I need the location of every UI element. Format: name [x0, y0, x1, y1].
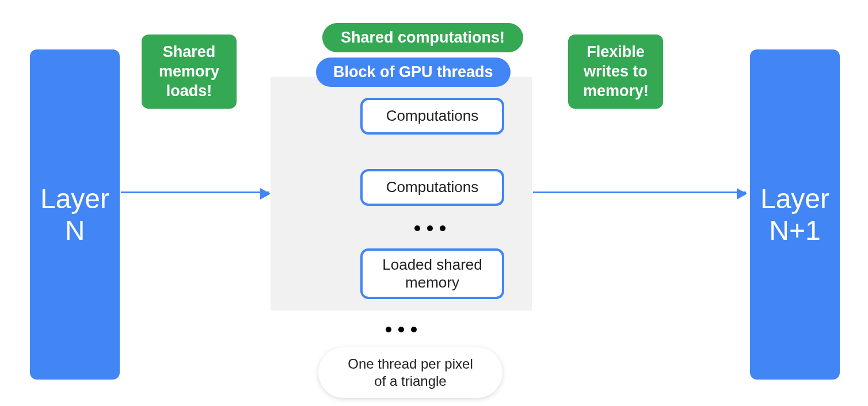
- layer-n-label-line1: Layer: [40, 183, 109, 214]
- callout-left-line1: Shared: [163, 43, 216, 60]
- callout-flexible-writes: Flexible writes to memory!: [568, 35, 663, 109]
- comp1-text: Computations: [386, 107, 478, 125]
- thread-pill-line1: One thread per pixel: [348, 356, 473, 371]
- thread-per-pixel-pill: One thread per pixel of a triangle: [318, 347, 502, 398]
- callout-left-line3: loads!: [166, 82, 212, 99]
- callout-right-line3: memory!: [583, 82, 649, 99]
- computation-box-1: Computations: [360, 98, 504, 135]
- layer-n1-label-line1: Layer: [760, 183, 829, 214]
- ellipsis-inner: [414, 225, 446, 231]
- comp2-text: Computations: [386, 178, 478, 196]
- pill-block-gpu-threads: Block of GPU threads: [316, 58, 511, 87]
- layer-n1-label-line2: N+1: [769, 215, 820, 246]
- callout-left-line2: memory: [159, 63, 219, 80]
- layer-n1-box: Layer N+1: [750, 49, 840, 380]
- computation-box-2: Computations: [360, 169, 504, 206]
- callout-right-line1: Flexible: [587, 43, 645, 60]
- callout-shared-memory-loads: Shared memory loads!: [142, 35, 237, 109]
- pill-shared-comp-text: Shared computations!: [341, 29, 505, 46]
- layer-n-box: Layer N: [30, 49, 120, 380]
- pill-block-threads-text: Block of GPU threads: [333, 63, 493, 81]
- layer-n-label-line2: N: [65, 215, 85, 246]
- arrow-left: [121, 191, 269, 193]
- ellipsis-outer: [386, 327, 417, 332]
- shared-mem-line1: Loaded shared: [382, 256, 482, 273]
- pill-shared-computations: Shared computations!: [322, 23, 523, 52]
- thread-pill-line2: of a triangle: [374, 373, 446, 389]
- arrow-right: [533, 191, 746, 193]
- shared-mem-line2: memory: [405, 274, 459, 291]
- loaded-shared-memory-box: Loaded shared memory: [360, 248, 504, 299]
- callout-right-line2: writes to: [584, 63, 648, 80]
